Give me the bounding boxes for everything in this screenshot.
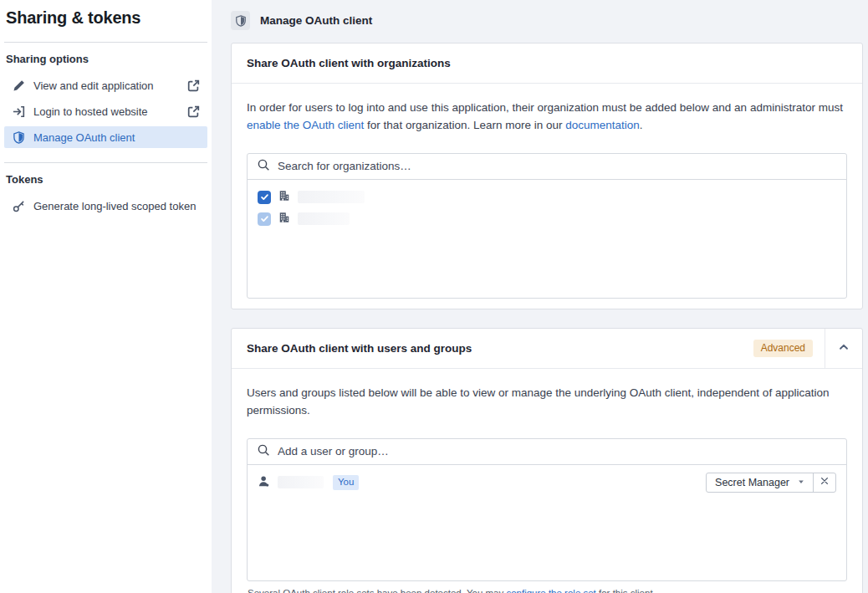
pencil-icon bbox=[12, 79, 25, 92]
sidebar-item-view-edit-application[interactable]: View and edit application bbox=[4, 74, 207, 96]
login-icon bbox=[12, 105, 25, 118]
description-text: for that organization. Learn more in our bbox=[364, 119, 565, 131]
organization-name-redacted bbox=[298, 191, 365, 203]
enable-oauth-client-link[interactable]: enable the OAuth client bbox=[247, 119, 364, 131]
organization-row[interactable] bbox=[248, 187, 846, 208]
users-share-card: Share OAuth client with users and groups… bbox=[231, 328, 863, 593]
caret-down-icon bbox=[797, 477, 805, 488]
user-icon bbox=[258, 475, 270, 490]
sidebar-item-label: Manage OAuth client bbox=[33, 131, 135, 144]
organizations-rows bbox=[248, 180, 846, 237]
divider bbox=[4, 162, 207, 163]
configure-role-set-link[interactable]: configure the role set bbox=[506, 588, 595, 593]
sidebar-item-generate-token[interactable]: Generate long-lived scoped token bbox=[4, 195, 207, 217]
role-set-footnote: Several OAuth client role sets have been… bbox=[248, 588, 847, 593]
shield-icon bbox=[231, 11, 250, 30]
users-card-title: Share OAuth client with users and groups bbox=[247, 342, 472, 355]
sidebar: Sharing & tokens Sharing options View an… bbox=[0, 0, 212, 593]
organization-checkbox-disabled[interactable] bbox=[258, 212, 271, 226]
org-card-description: In order for users to log into and use t… bbox=[247, 100, 847, 135]
organization-checkbox[interactable] bbox=[258, 191, 271, 204]
org-card-header: Share OAuth client with organizations bbox=[232, 43, 862, 84]
main-header: Manage OAuth client bbox=[231, 11, 863, 30]
users-card-description: Users and groups listed below will be ab… bbox=[247, 385, 847, 420]
divider bbox=[4, 42, 207, 43]
organizations-list-box bbox=[247, 153, 847, 299]
section-label-tokens: Tokens bbox=[6, 173, 207, 186]
organization-row[interactable] bbox=[248, 208, 846, 230]
page-title: Sharing & tokens bbox=[6, 8, 207, 28]
organization-icon bbox=[278, 190, 290, 204]
footnote-text: Several OAuth client role sets have been… bbox=[248, 588, 506, 593]
collapse-section-button[interactable] bbox=[825, 329, 862, 368]
sidebar-item-label: View and edit application bbox=[33, 79, 154, 92]
users-search-row bbox=[248, 439, 846, 465]
footnote-text: for this client. bbox=[596, 588, 656, 593]
users-list-box: You Secret Manager bbox=[247, 438, 847, 581]
users-card-header: Share OAuth client with users and groups… bbox=[232, 329, 862, 369]
key-icon bbox=[12, 199, 25, 212]
org-card-body: In order for users to log into and use t… bbox=[232, 84, 862, 309]
section-label-sharing-options: Sharing options bbox=[6, 53, 207, 65]
chevron-up-icon bbox=[838, 341, 850, 355]
search-icon bbox=[257, 158, 270, 174]
shield-icon bbox=[12, 130, 25, 144]
organizations-search-input[interactable] bbox=[278, 160, 837, 172]
documentation-link[interactable]: documentation bbox=[565, 119, 640, 131]
main-content: Manage OAuth client Share OAuth client w… bbox=[212, 0, 868, 593]
users-rows: You Secret Manager bbox=[248, 465, 846, 500]
user-name-redacted bbox=[278, 476, 324, 488]
org-card-title: Share OAuth client with organizations bbox=[247, 57, 451, 69]
role-select-value: Secret Manager bbox=[715, 477, 789, 488]
external-link-icon bbox=[187, 105, 200, 118]
organization-icon bbox=[278, 212, 290, 226]
search-icon bbox=[257, 443, 270, 459]
external-link-icon bbox=[187, 79, 200, 92]
main-header-title: Manage OAuth client bbox=[260, 14, 372, 27]
user-role-control-group: Secret Manager bbox=[706, 473, 836, 493]
description-text: . bbox=[640, 119, 643, 131]
organizations-search-row bbox=[248, 154, 846, 180]
advanced-badge: Advanced bbox=[753, 340, 813, 356]
sidebar-item-label: Login to hosted website bbox=[33, 105, 148, 118]
remove-user-button[interactable] bbox=[814, 473, 835, 492]
you-badge: You bbox=[333, 475, 359, 490]
users-search-input[interactable] bbox=[278, 445, 837, 458]
organization-name-redacted bbox=[298, 212, 350, 225]
role-select-dropdown[interactable]: Secret Manager bbox=[707, 473, 814, 492]
page: Sharing & tokens Sharing options View an… bbox=[0, 0, 868, 593]
user-row: You Secret Manager bbox=[248, 472, 846, 493]
sidebar-item-login-hosted-website[interactable]: Login to hosted website bbox=[4, 100, 207, 122]
description-text: In order for users to log into and use t… bbox=[247, 101, 843, 114]
org-share-card: Share OAuth client with organizations In… bbox=[231, 43, 863, 309]
close-icon bbox=[819, 476, 830, 488]
sidebar-item-manage-oauth-client[interactable]: Manage OAuth client bbox=[4, 126, 207, 148]
sidebar-item-label: Generate long-lived scoped token bbox=[33, 200, 196, 212]
users-card-body: Users and groups listed below will be ab… bbox=[232, 369, 862, 593]
